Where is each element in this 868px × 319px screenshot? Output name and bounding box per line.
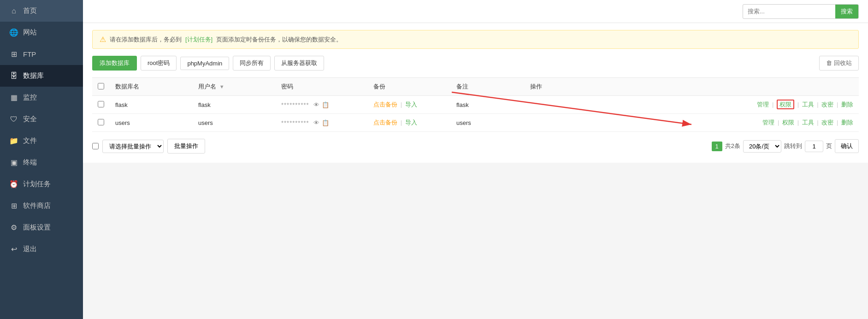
backup-link-flask[interactable]: 点击备份 xyxy=(373,101,397,108)
sidebar-item-website[interactable]: 🌐 网站 xyxy=(0,22,83,43)
recycle-icon: 🗑 xyxy=(826,59,832,66)
db-actions-users: 管理 | 权限 | 工具 | 改密 | 删除 xyxy=(525,114,859,132)
add-database-button[interactable]: 添加数据库 xyxy=(92,56,137,71)
ftp-icon: ⊞ xyxy=(9,50,18,59)
col-header-dbname: 数据库名 xyxy=(110,78,193,96)
from-server-button[interactable]: 从服务器获取 xyxy=(274,56,324,71)
select-all-checkbox[interactable] xyxy=(98,83,104,89)
row-checkbox-flask[interactable] xyxy=(98,101,104,107)
sidebar-label-security: 安全 xyxy=(23,115,37,124)
warning-text-before: 请在添加数据库后，务必到 xyxy=(110,35,182,44)
sidebar-item-database[interactable]: 🗄 数据库 xyxy=(0,65,83,87)
sidebar-item-file[interactable]: 📁 文件 xyxy=(0,130,83,152)
db-backup-flask: 点击备份 | 导入 xyxy=(368,96,451,114)
terminal-icon: ▣ xyxy=(9,158,18,167)
manage-link-users[interactable]: 管理 xyxy=(762,119,774,126)
changepwd-link-users[interactable]: 改密 xyxy=(821,119,833,126)
search-box: 搜索 xyxy=(743,4,859,19)
batch-action-select[interactable]: 请选择批量操作 xyxy=(102,140,164,153)
cron-icon: ⏰ xyxy=(9,180,18,189)
sidebar-item-logout[interactable]: ↩ 退出 xyxy=(0,238,83,260)
backup-link-users[interactable]: 点击备份 xyxy=(373,119,397,126)
sidebar-label-monitor: 监控 xyxy=(23,93,37,102)
logout-icon: ↩ xyxy=(9,245,18,254)
jump-confirm-button[interactable]: 确认 xyxy=(835,139,859,153)
db-pwd-flask: ********** 👁 📋 xyxy=(276,96,368,114)
store-icon: ⊞ xyxy=(9,201,18,210)
sidebar-label-terminal: 终端 xyxy=(23,158,37,167)
topbar: 搜索 xyxy=(83,0,868,23)
phpmyadmin-button[interactable]: phpMyAdmin xyxy=(180,57,229,70)
per-page-select[interactable]: 20条/页 xyxy=(743,140,781,153)
warning-banner: ⚠ 请在添加数据库后，务必到 [计划任务] 页面添加定时备份任务，以确保您的数据… xyxy=(92,30,859,49)
sidebar-item-panel[interactable]: ⚙ 面板设置 xyxy=(0,217,83,238)
changepwd-link-flask[interactable]: 改密 xyxy=(821,101,833,108)
eye-icon-flask[interactable]: 👁 xyxy=(313,101,319,108)
sidebar-label-website: 网站 xyxy=(23,28,37,37)
monitor-icon: ▦ xyxy=(9,93,18,102)
globe-icon: 🌐 xyxy=(9,28,18,37)
import-link-users[interactable]: 导入 xyxy=(405,119,417,126)
col-header-note: 备注 xyxy=(451,78,525,96)
col-header-password: 密码 xyxy=(276,78,368,96)
password-mask-flask: ********** xyxy=(281,101,309,108)
batch-operate-button[interactable]: 批量操作 xyxy=(167,139,205,154)
home-icon: ⌂ xyxy=(9,7,18,15)
privilege-link-users[interactable]: 权限 xyxy=(782,119,794,126)
sidebar-item-security[interactable]: 🛡 安全 xyxy=(0,108,83,130)
bottom-select-all-checkbox[interactable] xyxy=(92,143,99,149)
recycle-label: 回收站 xyxy=(834,59,852,66)
row-checkbox-users[interactable] xyxy=(98,119,104,125)
sidebar-item-home[interactable]: ⌂ 首页 xyxy=(0,0,83,22)
delete-link-users[interactable]: 删除 xyxy=(841,119,853,126)
sep-users: | xyxy=(401,119,402,126)
password-mask-users: ********** xyxy=(281,119,309,126)
search-button[interactable]: 搜索 xyxy=(835,5,858,18)
privilege-link-flask-highlighted[interactable]: 权限 xyxy=(777,100,794,109)
recycle-button[interactable]: 🗑 回收站 xyxy=(819,56,859,71)
eye-icon-users[interactable]: 👁 xyxy=(313,119,319,126)
page-unit-label: 页 xyxy=(826,142,832,150)
sidebar-label-home: 首页 xyxy=(23,6,37,15)
db-note-flask: flask xyxy=(451,96,525,114)
sidebar-label-database: 数据库 xyxy=(23,71,44,80)
sidebar-item-terminal[interactable]: ▣ 终端 xyxy=(0,152,83,173)
db-actions-flask: 管理 | 权限 | 工具 | 改密 | 删除 xyxy=(525,96,859,114)
search-input[interactable] xyxy=(743,6,835,17)
col-header-action: 操作 xyxy=(525,78,859,96)
import-link-flask[interactable]: 导入 xyxy=(405,101,417,108)
root-password-button[interactable]: root密码 xyxy=(141,56,177,71)
table-row: users users ********** 👁 📋 点击备份 | xyxy=(92,114,859,132)
db-note-users: users xyxy=(451,114,525,132)
sidebar-item-cron[interactable]: ⏰ 计划任务 xyxy=(0,173,83,195)
delete-link-flask[interactable]: 删除 xyxy=(841,101,853,108)
sort-icon-username[interactable]: ▼ xyxy=(219,84,224,89)
sidebar-label-logout: 退出 xyxy=(23,245,37,254)
warning-icon: ⚠ xyxy=(100,35,106,44)
sidebar-label-panel: 面板设置 xyxy=(23,223,51,232)
copy-icon-flask[interactable]: 📋 xyxy=(322,101,329,108)
copy-icon-users[interactable]: 📋 xyxy=(322,119,329,126)
warning-link[interactable]: [计划任务] xyxy=(185,35,213,44)
pwd-icons-flask: 👁 📋 xyxy=(313,101,329,108)
jump-to-label: 跳转到 xyxy=(784,142,802,150)
col-header-backup: 备份 xyxy=(368,78,451,96)
db-user-users: users xyxy=(193,114,276,132)
sidebar-label-cron: 计划任务 xyxy=(23,180,51,189)
sidebar-item-monitor[interactable]: ▦ 监控 xyxy=(0,87,83,108)
toolbar: 添加数据库 root密码 phpMyAdmin 同步所有 从服务器获取 🗑 回收… xyxy=(92,56,859,71)
sep-flask: | xyxy=(401,101,402,108)
sidebar: ⌂ 首页 🌐 网站 ⊞ FTP 🗄 数据库 ▦ 监控 🛡 安全 📁 文件 ▣ 终… xyxy=(0,0,83,319)
sync-all-button[interactable]: 同步所有 xyxy=(233,56,271,71)
db-pwd-users: ********** 👁 📋 xyxy=(276,114,368,132)
jump-input[interactable] xyxy=(805,141,823,152)
sidebar-item-store[interactable]: ⊞ 软件商店 xyxy=(0,195,83,217)
tool-link-users[interactable]: 工具 xyxy=(802,119,814,126)
file-icon: 📁 xyxy=(9,136,18,145)
content-inner: ⚠ 请在添加数据库后，务必到 [计划任务] 页面添加定时备份任务，以确保您的数据… xyxy=(83,23,868,163)
page-1-button[interactable]: 1 xyxy=(712,142,722,151)
manage-link-flask[interactable]: 管理 xyxy=(757,101,769,108)
tool-link-flask[interactable]: 工具 xyxy=(802,101,814,108)
page-total: 共2条 xyxy=(725,142,740,150)
sidebar-item-ftp[interactable]: ⊞ FTP xyxy=(0,43,83,65)
